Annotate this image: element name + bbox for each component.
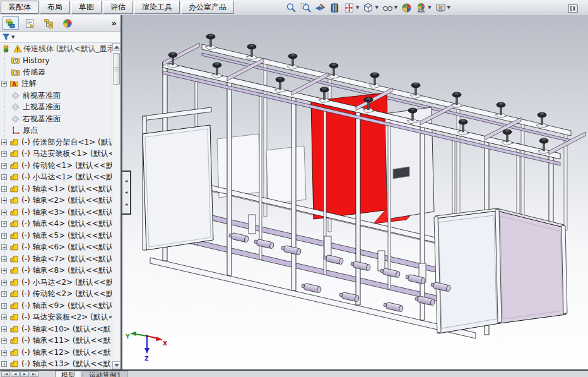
motion-study-tab[interactable]: 运动算例1 [83,371,127,377]
scroll-up-button[interactable] [112,43,121,51]
configurationmanager-tab[interactable] [40,16,57,30]
chevron-down-icon[interactable]: ▼ [447,5,450,10]
hide-show-items-button[interactable]: ▼ [382,1,397,14]
tree-item[interactable]: +(-) 轴承<3> (默认<<默认 [0,206,112,218]
panel-overflow-button[interactable]: » [112,18,118,28]
tab-assembly[interactable]: 装配体 [1,1,38,14]
tree-item-label: (-) 传动轮<2> (默认<<默 [21,289,112,299]
tree-scrollbar[interactable] [112,43,121,369]
tree-item[interactable]: +(-) 轴承<8> (默认<<默认 [0,265,112,277]
expander-plus-icon[interactable]: + [1,303,7,309]
chevron-down-icon[interactable]: ▼ [11,35,15,40]
expander-plus-icon[interactable]: + [1,268,7,273]
tree-item[interactable]: +(-) 小马达<2> (默认<<默 [0,277,112,289]
tab-sketch[interactable]: 草图 [71,1,102,14]
edit-appearance-button[interactable] [401,1,412,14]
view-orientation-button[interactable]: ▼ [344,1,359,14]
tree-item[interactable]: +(-) 轴承<9> (默认<<默认 [0,300,112,312]
warning-icon [13,44,22,53]
collapse-icon[interactable] [567,3,579,14]
propertymanager-tab[interactable] [21,16,38,30]
tab-layout[interactable]: 布局 [40,1,70,14]
expander-plus-icon[interactable]: + [1,151,7,157]
tree-item[interactable]: +(-) 轴承<12> (默认<<默 [0,347,112,359]
tree-item[interactable]: +(-) 传动轮<1> (默认<<默 [0,160,112,172]
expander-plus-icon[interactable]: + [1,186,7,192]
tree-item[interactable]: +(-) 小马达<1> (默认<<默 [0,172,112,184]
tree-item-label: (-) 轴承<4> (默认<<默认 [21,218,112,229]
expander-plus-icon[interactable]: + [1,280,7,285]
tab-office-products[interactable]: 办公室产品 [181,1,234,14]
expander-plus-icon[interactable]: + [1,326,7,332]
expander-plus-icon[interactable]: + [1,140,7,145]
tree-item[interactable]: 右视基准面 [0,113,112,125]
featuremanager-tab[interactable] [3,16,19,30]
expander-plus-icon[interactable]: + [1,314,7,320]
tree-root-item[interactable]: 传送线体 (默认<默认_显示 [0,43,112,55]
tree-item[interactable]: +(-) 轴承<2> (默认<<默认 [0,195,112,207]
chevron-down-icon[interactable]: ▼ [375,5,378,10]
expander-plus-icon[interactable]: + [1,221,7,227]
tree-item[interactable]: +(-) 轴承<11> (默认<<默 [0,335,112,347]
tree-item[interactable]: +(-) 传动轮<2> (默认<<默 [0,289,112,301]
last-tab-button[interactable]: ▶| [30,371,38,377]
expander-plus-icon[interactable]: + [1,291,7,297]
expander-plus-icon[interactable]: + [1,256,7,262]
display-style-button[interactable]: ▼ [363,1,378,14]
chevron-down-icon[interactable]: ▼ [394,5,397,10]
expander-plus-icon[interactable]: + [1,210,7,215]
expander-plus-icon[interactable]: + [1,244,7,250]
first-tab-button[interactable]: |◀ [1,371,10,377]
view-orientation-icon [344,3,355,13]
tab-evaluate[interactable]: 评估 [103,1,133,14]
expander-plus-icon[interactable]: + [1,81,7,87]
next-tab-button[interactable]: ▶ [20,371,29,377]
section-view-button[interactable] [329,1,340,14]
tree-item[interactable]: History [0,55,112,67]
tree-item[interactable]: +(-) 轴承<5> (默认<<默认 [0,230,112,242]
tree-item-label: (-) 轴承<11> (默认<<默 [21,335,111,346]
apply-scene-button[interactable]: ▼ [416,1,431,14]
viewport-3d[interactable]: Y X Z ◂ ◂ ◂ [122,15,588,369]
expander-plus-icon[interactable]: + [1,233,7,239]
tab-render-tools[interactable]: 渲染工具 [134,1,180,14]
zoom-fit-button[interactable] [286,1,297,14]
chevron-down-icon[interactable]: ▼ [428,5,431,10]
scroll-down-button[interactable] [112,361,121,369]
expander-plus-icon[interactable]: + [1,338,7,344]
tree-item[interactable]: +A注解 [0,78,112,90]
filter-funnel-icon[interactable] [2,33,10,41]
model-tab[interactable]: 模型 [55,371,81,377]
view-settings-button[interactable]: ▼ [435,1,450,14]
command-manager-bar: 装配体布局草图评估渲染工具办公室产品 ▼▼▼▼▼ [0,0,588,15]
tree-item[interactable]: +(-) 马达安装板<2> (默认< [0,312,112,324]
tree-item[interactable]: +(-) 轴承<7> (默认<<默认 [0,253,112,265]
tree-item[interactable]: 原点 [0,125,112,137]
chevron-down-icon[interactable]: ▼ [356,5,359,10]
tree-item[interactable]: 上视基准面 [0,102,112,114]
plane-icon [11,114,20,124]
tree-item[interactable]: 前视基准面 [0,90,112,102]
tree-item[interactable]: +(-) 轴承<13> (默认<<默 [0,359,112,370]
tree-item[interactable]: +(-) 轴承<6> (默认<<默认 [0,242,112,254]
tree-item[interactable]: +(-) 轴承<1> (默认<<默认 [0,183,112,195]
previous-view-button[interactable] [315,1,326,14]
expander-plus-icon[interactable]: + [1,163,7,169]
expander-plus-icon[interactable]: + [1,350,7,356]
tree-item[interactable]: +(-) 传送部分架台<1> (默认 [0,136,112,148]
tree-item[interactable]: +(-) 轴承<10> (默认<<默 [0,323,112,335]
displaymanager-tab[interactable] [59,16,76,30]
prev-tab-button[interactable]: ◀ [11,371,20,377]
tree-item[interactable]: +(-) 马达安装板<1> (默认< [0,148,112,160]
tree-item[interactable]: +(-) 轴承<4> (默认<<默认 [0,218,112,230]
tree-item-label: (-) 小马达<1> (默认<<默 [21,172,112,183]
tree-item-label: (-) 轴承<7> (默认<<默认 [21,254,112,265]
zoom-area-button[interactable] [300,1,311,14]
expander-plus-icon[interactable]: + [1,198,7,203]
scroll-thumb[interactable] [113,53,120,85]
expander-plus-icon[interactable]: + [1,361,7,367]
panel-splitter-handle[interactable]: ◂ ◂ ◂ [122,171,131,215]
tree-item[interactable]: 传感器 [0,66,112,78]
expander-plus-icon[interactable]: + [1,174,7,180]
apply-scene-icon [416,3,426,13]
